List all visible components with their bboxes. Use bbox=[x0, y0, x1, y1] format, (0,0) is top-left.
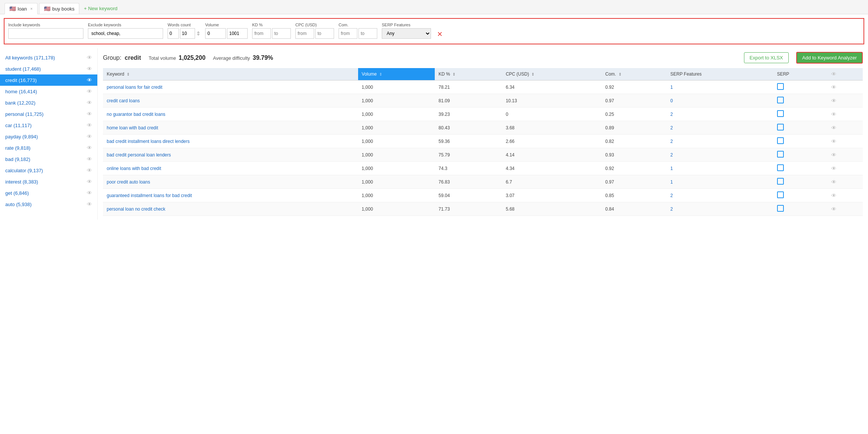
sidebar-item-payday[interactable]: payday (9,894) 👁 bbox=[0, 131, 97, 142]
row-eye-cell[interactable]: 👁 bbox=[827, 162, 863, 175]
serp-cell[interactable] bbox=[773, 162, 828, 175]
serp-icon[interactable] bbox=[777, 137, 784, 144]
col-com[interactable]: Com. ⇕ bbox=[602, 68, 667, 80]
sidebar-item-interest[interactable]: interest (8,383) 👁 bbox=[0, 176, 97, 187]
sidebar-item-student[interactable]: student (17,468) 👁 bbox=[0, 63, 97, 74]
sidebar-item-home[interactable]: home (16,414) 👁 bbox=[0, 86, 97, 97]
sidebar-item-bad[interactable]: bad (9,182) 👁 bbox=[0, 153, 97, 165]
serp-features-cell[interactable]: 1 bbox=[667, 175, 773, 189]
sidebar-eye-icon[interactable]: 👁 bbox=[87, 55, 92, 61]
row-eye-cell[interactable]: 👁 bbox=[827, 94, 863, 108]
keyword-cell[interactable]: poor credit auto loans bbox=[103, 175, 358, 189]
serp-icon[interactable] bbox=[777, 83, 784, 90]
tab-loan[interactable]: 🇺🇸 loan × bbox=[5, 3, 38, 14]
serp-icon[interactable] bbox=[777, 205, 784, 212]
col-keyword[interactable]: Keyword ⇕ bbox=[103, 68, 358, 80]
keyword-cell[interactable]: bad credit personal loan lenders bbox=[103, 148, 358, 162]
new-keyword-button[interactable]: + New keyword bbox=[81, 3, 120, 14]
serp-cell[interactable] bbox=[773, 80, 828, 94]
serp-features-cell[interactable]: 2 bbox=[667, 108, 773, 121]
keyword-cell[interactable]: no guarantor bad credit loans bbox=[103, 108, 358, 121]
serp-cell[interactable] bbox=[773, 189, 828, 202]
keyword-cell[interactable]: credit card loans bbox=[103, 94, 358, 108]
serp-icon[interactable] bbox=[777, 124, 784, 131]
serp-icon[interactable] bbox=[777, 151, 784, 158]
sidebar-eye-icon[interactable]: 👁 bbox=[87, 190, 92, 196]
sidebar-eye-icon[interactable]: 👁 bbox=[87, 156, 92, 162]
volume-to-input[interactable] bbox=[227, 28, 248, 39]
sidebar-eye-icon[interactable]: 👁 bbox=[87, 100, 92, 106]
col-volume[interactable]: Volume ⇕ bbox=[358, 68, 435, 80]
serp-cell[interactable] bbox=[773, 108, 828, 121]
serp-features-cell[interactable]: 0 bbox=[667, 94, 773, 108]
keyword-cell[interactable]: personal loan no credit check bbox=[103, 202, 358, 216]
cpc-to-input[interactable] bbox=[315, 28, 334, 39]
sidebar-eye-icon[interactable]: 👁 bbox=[87, 122, 92, 128]
serp-features-cell[interactable]: 2 bbox=[667, 189, 773, 202]
words-from-input[interactable] bbox=[168, 28, 179, 39]
sidebar-item-personal[interactable]: personal (11,725) 👁 bbox=[0, 108, 97, 120]
col-kd[interactable]: KD % ⇕ bbox=[435, 68, 502, 80]
serp-icon[interactable] bbox=[777, 178, 784, 185]
cpc-from-input[interactable] bbox=[295, 28, 314, 39]
row-eye-cell[interactable]: 👁 bbox=[827, 148, 863, 162]
sidebar-eye-icon[interactable]: 👁 bbox=[87, 88, 92, 94]
sidebar-eye-icon[interactable]: 👁 bbox=[87, 179, 92, 185]
keyword-cell[interactable]: personal loans for fair credit bbox=[103, 80, 358, 94]
kd-from-input[interactable] bbox=[252, 28, 271, 39]
serp-cell[interactable] bbox=[773, 135, 828, 148]
col-volume-sort[interactable]: ⇕ bbox=[379, 72, 382, 76]
serp-features-cell[interactable]: 1 bbox=[667, 162, 773, 175]
col-cpc-sort[interactable]: ⇕ bbox=[531, 72, 534, 76]
sidebar-item-auto[interactable]: auto (5,938) 👁 bbox=[0, 199, 97, 210]
sidebar-eye-icon[interactable]: 👁 bbox=[87, 145, 92, 151]
keyword-cell[interactable]: home loan with bad credit bbox=[103, 121, 358, 135]
serp-features-cell[interactable]: 1 bbox=[667, 80, 773, 94]
clear-filters-button[interactable]: ✕ bbox=[436, 29, 444, 40]
sidebar-eye-icon[interactable]: 👁 bbox=[87, 111, 92, 117]
sidebar-item-get[interactable]: get (6,846) 👁 bbox=[0, 187, 97, 199]
words-count-spinner[interactable]: ⇕ bbox=[196, 30, 201, 36]
serp-cell[interactable] bbox=[773, 94, 828, 108]
serp-cell[interactable] bbox=[773, 121, 828, 135]
row-eye-cell[interactable]: 👁 bbox=[827, 121, 863, 135]
row-eye-cell[interactable]: 👁 bbox=[827, 135, 863, 148]
sidebar-eye-icon[interactable]: 👁 bbox=[87, 167, 92, 173]
sidebar-eye-icon[interactable]: 👁 bbox=[87, 134, 92, 140]
include-keywords-input[interactable] bbox=[8, 28, 83, 39]
serp-features-select[interactable]: Any Featured Snippet Local Pack Image Pa… bbox=[382, 28, 431, 39]
serp-icon[interactable] bbox=[777, 191, 784, 198]
row-eye-cell[interactable]: 👁 bbox=[827, 189, 863, 202]
col-kd-sort[interactable]: ⇕ bbox=[452, 72, 455, 76]
tab-loan-close[interactable]: × bbox=[30, 6, 33, 11]
row-eye-cell[interactable]: 👁 bbox=[827, 80, 863, 94]
serp-features-cell[interactable]: 2 bbox=[667, 148, 773, 162]
sidebar-item-All-keywords[interactable]: All keywords (171,178) 👁 bbox=[0, 52, 97, 63]
keyword-cell[interactable]: online loans with bad credit bbox=[103, 162, 358, 175]
serp-features-cell[interactable]: 2 bbox=[667, 121, 773, 135]
sidebar-item-bank[interactable]: bank (12,202) 👁 bbox=[0, 97, 97, 108]
words-to-input[interactable] bbox=[180, 28, 195, 39]
add-to-analyzer-button[interactable]: Add to Keyword Analyzer bbox=[796, 52, 863, 64]
serp-cell[interactable] bbox=[773, 202, 828, 216]
col-keyword-sort[interactable]: ⇕ bbox=[127, 72, 130, 76]
sidebar-eye-icon[interactable]: 👁 bbox=[87, 66, 92, 72]
serp-icon[interactable] bbox=[777, 97, 784, 103]
serp-cell[interactable] bbox=[773, 148, 828, 162]
keyword-cell[interactable]: bad credit installment loans direct lend… bbox=[103, 135, 358, 148]
sidebar-item-credit[interactable]: credit (16,773) 👁 bbox=[0, 74, 97, 86]
sidebar-eye-icon[interactable]: 👁 bbox=[87, 201, 92, 207]
exclude-keywords-input[interactable] bbox=[88, 28, 163, 39]
row-eye-cell[interactable]: 👁 bbox=[827, 175, 863, 189]
row-eye-cell[interactable]: 👁 bbox=[827, 202, 863, 216]
export-button[interactable]: Export to XLSX bbox=[744, 52, 789, 63]
tab-buy-books[interactable]: 🇺🇸 buy books bbox=[39, 3, 79, 14]
com-from-input[interactable] bbox=[339, 28, 357, 39]
row-eye-cell[interactable]: 👁 bbox=[827, 108, 863, 121]
serp-icon[interactable] bbox=[777, 110, 784, 117]
sidebar-item-car[interactable]: car (11,117) 👁 bbox=[0, 120, 97, 131]
sidebar-item-rate[interactable]: rate (9,818) 👁 bbox=[0, 142, 97, 153]
col-com-sort[interactable]: ⇕ bbox=[618, 72, 622, 76]
col-cpc[interactable]: CPC (USD) ⇕ bbox=[502, 68, 602, 80]
serp-features-cell[interactable]: 2 bbox=[667, 135, 773, 148]
